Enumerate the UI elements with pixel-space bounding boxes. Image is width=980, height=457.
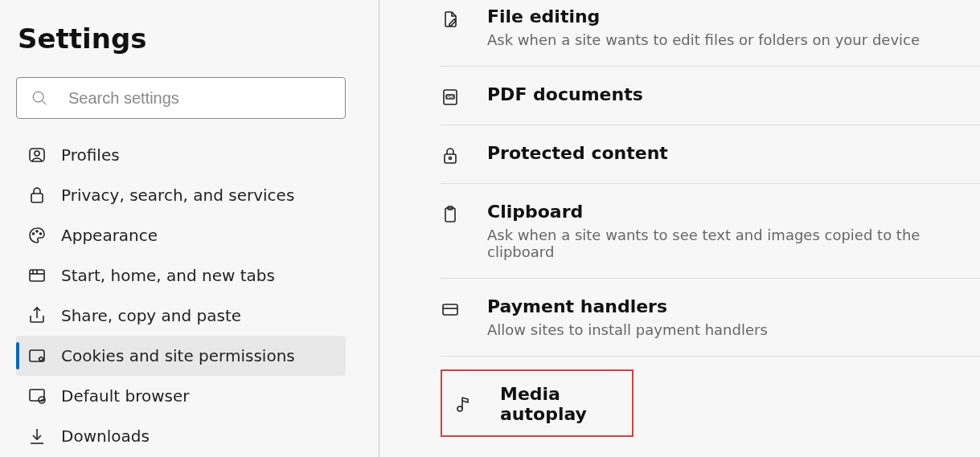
row-subtitle: Ask when a site wants to see text and im…: [487, 226, 980, 260]
row-media-autoplay[interactable]: Media autoplay: [441, 369, 634, 437]
row-title: Media autoplay: [500, 384, 621, 424]
svg-point-3: [35, 151, 39, 156]
lock-outline-icon: [441, 146, 460, 165]
row-title: Clipboard: [487, 202, 980, 222]
sidebar-item-share[interactable]: Share, copy and paste: [16, 296, 346, 336]
row-title: File editing: [487, 6, 980, 27]
settings-app: Settings Profiles Privacy, search, and s…: [0, 0, 980, 457]
svg-point-7: [40, 233, 42, 235]
svg-point-0: [33, 92, 43, 102]
clipboard-icon: [441, 205, 460, 224]
sidebar-item-label: Appearance: [61, 226, 158, 245]
download-icon: [27, 426, 47, 446]
row-subtitle: Allow sites to install payment handlers: [487, 321, 980, 338]
page-title: Settings: [18, 22, 363, 55]
svg-rect-22: [445, 154, 456, 163]
row-file-editing[interactable]: File editing Ask when a site wants to ed…: [441, 0, 980, 67]
svg-point-6: [36, 231, 38, 232]
sidebar-item-cookies[interactable]: Cookies and site permissions: [16, 336, 346, 376]
sidebar: Settings Profiles Privacy, search, and s…: [0, 0, 379, 457]
row-text: File editing Ask when a site wants to ed…: [487, 6, 980, 48]
svg-rect-4: [31, 194, 43, 202]
sidebar-item-downloads[interactable]: Downloads: [16, 416, 346, 456]
lock-icon: [27, 186, 47, 205]
svg-point-23: [449, 157, 452, 160]
file-edit-icon: [441, 10, 460, 29]
sidebar-item-privacy[interactable]: Privacy, search, and services: [16, 175, 346, 215]
row-title: Payment handlers: [487, 296, 980, 316]
permission-list: File editing Ask when a site wants to ed…: [441, 0, 980, 437]
credit-card-icon: [441, 300, 460, 319]
row-subtitle: Ask when a site wants to edit files or f…: [487, 31, 980, 48]
row-title: PDF documents: [487, 84, 980, 104]
row-title: Protected content: [487, 143, 980, 163]
row-pdf-documents[interactable]: PDF PDF documents: [441, 67, 980, 125]
sidebar-item-label: Share, copy and paste: [61, 306, 241, 325]
browser-check-icon: [27, 386, 47, 406]
sidebar-item-label: Cookies and site permissions: [61, 346, 295, 365]
sidebar-item-profiles[interactable]: Profiles: [16, 135, 346, 175]
sidebar-item-label: Downloads: [61, 426, 150, 446]
row-clipboard[interactable]: Clipboard Ask when a site wants to see t…: [441, 184, 980, 279]
sidebar-item-label: Privacy, search, and services: [61, 186, 294, 205]
main-content: File editing Ask when a site wants to ed…: [379, 0, 980, 457]
svg-rect-26: [443, 304, 457, 315]
svg-point-14: [39, 357, 43, 361]
tabs-icon: [27, 266, 47, 285]
svg-text:PDF: PDF: [447, 95, 454, 99]
sidebar-item-label: Start, home, and new tabs: [61, 266, 275, 285]
row-payment-handlers[interactable]: Payment handlers Allow sites to install …: [441, 279, 980, 357]
sidebar-item-appearance[interactable]: Appearance: [16, 215, 346, 255]
svg-point-5: [33, 233, 35, 235]
sidebar-item-label: Profiles: [61, 145, 120, 165]
row-text: PDF documents: [487, 84, 980, 104]
music-note-icon: [453, 394, 473, 414]
row-media-autoplay-wrapper: Media autoplay: [441, 357, 980, 437]
profile-icon: [27, 145, 47, 165]
svg-line-1: [42, 100, 46, 104]
row-protected-content[interactable]: Protected content: [441, 125, 980, 184]
svg-rect-15: [30, 390, 44, 401]
cookies-icon: [27, 346, 47, 365]
search-input[interactable]: [16, 77, 346, 119]
row-text: Clipboard Ask when a site wants to see t…: [487, 202, 980, 260]
row-text: Payment handlers Allow sites to install …: [487, 296, 980, 338]
share-icon: [27, 306, 47, 325]
sidebar-nav: Profiles Privacy, search, and services A…: [16, 135, 346, 456]
pdf-icon: PDF: [441, 88, 460, 107]
sidebar-item-label: Default browser: [61, 386, 189, 406]
sidebar-item-default-browser[interactable]: Default browser: [16, 376, 346, 416]
sidebar-item-start[interactable]: Start, home, and new tabs: [16, 255, 346, 296]
palette-icon: [27, 226, 47, 245]
row-text: Protected content: [487, 143, 980, 163]
search-wrapper: [16, 77, 346, 119]
svg-point-28: [457, 406, 462, 411]
